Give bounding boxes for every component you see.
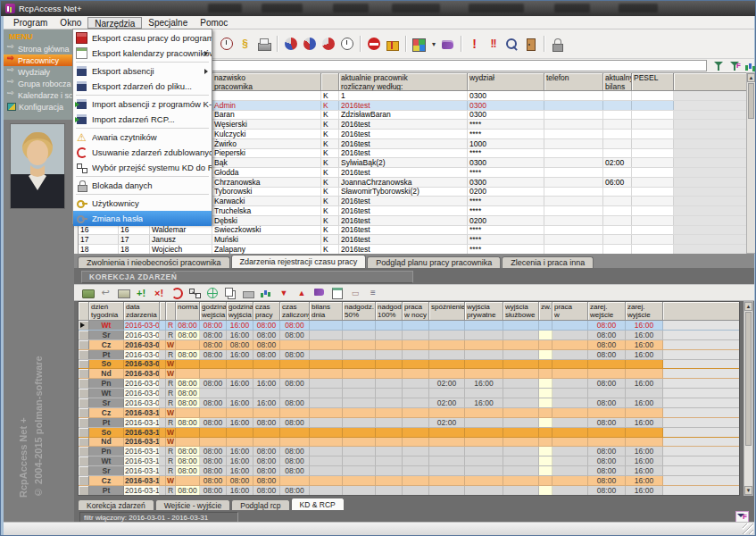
cell-nadgodz-100[interactable] xyxy=(376,408,403,417)
employee-table-scrollbar[interactable]: ▲ xyxy=(746,72,756,254)
cell-k[interactable]: K xyxy=(321,130,339,138)
cell-c1[interactable] xyxy=(160,331,166,339)
cell-wyjscia-sluzbowe[interactable] xyxy=(503,447,539,456)
cell-rozliczany[interactable]: 2016test xyxy=(339,197,468,205)
cell-dzien[interactable]: Wt xyxy=(89,389,124,398)
cell-nadgodz-50[interactable] xyxy=(343,418,376,427)
cell-zw[interactable] xyxy=(539,331,552,339)
cell-zarej-wejscie[interactable]: 08:00 xyxy=(588,466,626,475)
cell-czas-zaliczony[interactable]: 08:00 xyxy=(280,486,310,495)
cell-rw[interactable]: W xyxy=(166,476,176,485)
cell-k[interactable]: K xyxy=(321,245,339,254)
event-row[interactable]: So2016-03-12W xyxy=(79,428,739,438)
printer-icon[interactable] xyxy=(255,36,272,53)
cell-wyjscie[interactable] xyxy=(227,369,253,378)
menu-item-eksport-czasu-pracy-do-programow-k-p[interactable]: Eksport czasu pracy do programów K-P xyxy=(73,30,212,46)
clock-icon[interactable] xyxy=(218,36,235,53)
tab-podglad-rcp[interactable]: Podgląd rcp xyxy=(231,499,289,510)
sidebar-item-konfiguracja[interactable]: Konfiguracja xyxy=(4,101,74,113)
cell-zarej-wyjscie[interactable] xyxy=(626,408,663,417)
lock-icon[interactable] xyxy=(549,36,566,53)
cell-c1[interactable] xyxy=(160,456,166,465)
cell-spoznienie[interactable] xyxy=(429,389,465,398)
cell-bilans[interactable] xyxy=(603,206,632,215)
cell-czas-zaliczony[interactable]: 08:00 xyxy=(280,418,310,427)
cell-praca-w-niedziele[interactable] xyxy=(552,428,588,437)
sidebar-item-wydzialy[interactable]: Wydziały xyxy=(4,66,74,78)
cell-rw[interactable]: R xyxy=(166,321,176,330)
cell-wyjscia-sluzbowe[interactable] xyxy=(503,486,539,495)
cell-nadgodz-100[interactable] xyxy=(376,321,403,330)
cell-wyjscia-sluzbowe[interactable] xyxy=(503,466,539,475)
cell-nadgodz-100[interactable] xyxy=(376,379,403,388)
cell-rozliczany[interactable]: JoannaChrzanowska xyxy=(339,178,468,187)
cell-czas-zaliczony[interactable]: 08:00 xyxy=(280,379,310,388)
cell-data[interactable]: 2016-03-16 xyxy=(124,466,160,475)
cell-bilans-dnia[interactable] xyxy=(310,428,343,437)
folder-icon[interactable] xyxy=(116,286,130,299)
cell-zarej-wejscie[interactable]: 08:00 xyxy=(588,379,626,388)
cell-zarej-wejscie[interactable] xyxy=(588,360,626,369)
cell-dzien[interactable]: Sr xyxy=(89,466,124,475)
cell-nadgodz-50[interactable] xyxy=(343,398,376,407)
cell-wyjscia-sluzbowe[interactable] xyxy=(503,456,539,465)
cell-praca-w-niedziele[interactable] xyxy=(552,476,588,485)
cell-praca-w-nocy[interactable] xyxy=(403,340,429,349)
cell-zarej-wejscie[interactable]: 08:00 xyxy=(588,476,626,485)
cell-spoznienie[interactable] xyxy=(429,438,465,447)
cell-wyjscie[interactable]: 08:00 xyxy=(227,340,253,349)
cell-nazwisko[interactable]: Tyborowski xyxy=(212,188,321,197)
cell-praca-w-nocy[interactable] xyxy=(403,321,429,330)
cell-wyjscia-sluzbowe[interactable] xyxy=(503,350,539,359)
cell-zarej-wyjscie[interactable]: 16:00 xyxy=(626,321,663,330)
event-row[interactable]: Wt2016-03-01R08:0008:0016:0008:0008:0008… xyxy=(79,321,739,331)
cell-praca-w-niedziele[interactable] xyxy=(552,398,588,407)
col-header-wejscie[interactable]: godzina wejścia xyxy=(200,302,227,321)
event-row[interactable]: Pt2016-03-18R08:0008:0016:0008:0008:0008… xyxy=(79,486,739,496)
cell-wyjscia-prywatne[interactable] xyxy=(465,438,503,447)
cell-spoznienie[interactable]: 02:00 xyxy=(429,379,465,388)
event-row[interactable]: Pt2016-03-11R08:0008:0016:0008:0008:0002… xyxy=(79,418,739,428)
cell-nadgodz-50[interactable] xyxy=(343,428,376,437)
cell-wyjscie[interactable] xyxy=(227,360,253,369)
gift-icon[interactable] xyxy=(384,36,401,53)
menu-item-eksport-zdarzen-do-pliku[interactable]: Eksport zdarzeń do pliku... xyxy=(73,79,212,94)
cell-pesel[interactable] xyxy=(632,158,674,167)
cell-dzien[interactable]: Wt xyxy=(89,456,124,465)
cell-praca-w-nocy[interactable] xyxy=(403,389,429,398)
cell-norma[interactable]: 08:00 xyxy=(176,418,200,427)
cell-czas-pracy[interactable] xyxy=(253,360,280,369)
cell-czas-zaliczony[interactable] xyxy=(280,369,310,378)
cell-data[interactable]: 2016-03-14 xyxy=(124,447,160,456)
cell-k[interactable]: K xyxy=(321,111,339,120)
chart-small-icon[interactable] xyxy=(744,61,756,71)
cell-bilans-dnia[interactable] xyxy=(310,456,343,465)
cell-data[interactable]: 2016-03-01 xyxy=(124,321,160,330)
col-header-zw[interactable]: zw. xyxy=(539,302,552,321)
cell-k[interactable]: K xyxy=(321,168,339,177)
cell-pesel[interactable] xyxy=(632,149,674,158)
cell-rozliczany[interactable]: 2016test xyxy=(339,149,468,158)
cell-spoznienie[interactable] xyxy=(429,476,465,485)
cell-wejscie[interactable] xyxy=(200,408,227,417)
cell-wyjscia-sluzbowe[interactable] xyxy=(503,369,539,378)
cell-nadgodz-100[interactable] xyxy=(376,486,403,495)
cell-rozliczany[interactable]: 2016test xyxy=(339,120,468,129)
cell-pesel[interactable] xyxy=(632,235,674,244)
cell-nadgodz-50[interactable] xyxy=(343,408,376,417)
cell-rozliczany[interactable]: 2016test xyxy=(339,245,468,254)
cell-norma[interactable] xyxy=(176,428,200,437)
cell-zarej-wejscie[interactable]: 08:00 xyxy=(588,418,626,427)
tab-zlecenia-i-praca-inna[interactable]: Zlecenia i praca inna xyxy=(502,256,594,268)
cell-dzien[interactable]: So xyxy=(89,360,124,369)
row-marker[interactable] xyxy=(79,447,89,456)
cell-zarej-wyjscie[interactable]: 16:00 xyxy=(626,379,663,388)
cell-praca-w-niedziele[interactable] xyxy=(552,466,588,475)
row-marker[interactable] xyxy=(79,360,89,369)
cell-wyjscia-prywatne[interactable]: 16:00 xyxy=(465,398,503,407)
cell-wyjscie[interactable]: 16:00 xyxy=(227,398,253,407)
cell-wyjscie[interactable]: 16:00 xyxy=(227,321,253,330)
row-marker[interactable] xyxy=(79,466,89,475)
cell-pesel[interactable] xyxy=(632,168,674,177)
cell-bilans[interactable] xyxy=(603,226,632,235)
